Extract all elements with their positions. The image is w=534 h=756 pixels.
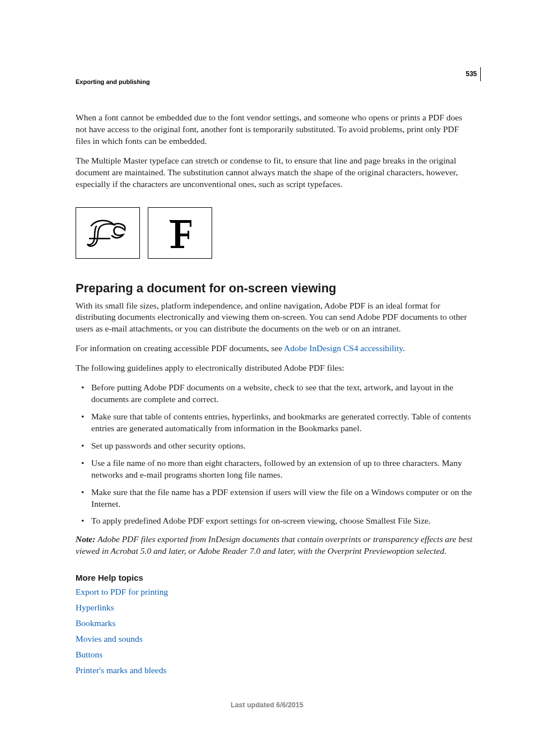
para4-prefix: For information on creating accessible P… bbox=[76, 343, 284, 353]
link-bookmarks[interactable]: Bookmarks bbox=[76, 618, 472, 628]
link-movies-sounds[interactable]: Movies and sounds bbox=[76, 634, 472, 644]
list-item: Make sure that the file name has a PDF e… bbox=[76, 487, 472, 510]
serif-font-sample bbox=[148, 207, 212, 259]
link-export-pdf-printing[interactable]: Export to PDF for printing bbox=[76, 587, 472, 597]
page-content: Exporting and publishing When a font can… bbox=[0, 0, 534, 675]
heading-preparing-document: Preparing a document for on-screen viewi… bbox=[76, 281, 472, 296]
note-text: Adobe PDF files exported from InDesign d… bbox=[76, 534, 472, 556]
list-item: To apply predefined Adobe PDF export set… bbox=[76, 515, 472, 527]
font-comparison-figure bbox=[76, 207, 472, 259]
link-printers-marks[interactable]: Printer's marks and bleeds bbox=[76, 665, 472, 675]
page-number: 535 bbox=[466, 70, 477, 78]
paragraph-font-embed: When a font cannot be embedded due to th… bbox=[76, 112, 472, 147]
list-item: Use a file name of no more than eight ch… bbox=[76, 458, 472, 481]
link-hyperlinks[interactable]: Hyperlinks bbox=[76, 603, 472, 613]
list-item: Before putting Adobe PDF documents on a … bbox=[76, 382, 472, 405]
script-font-sample bbox=[76, 207, 140, 259]
list-item: Make sure that table of contents entries… bbox=[76, 411, 472, 435]
para4-suffix: . bbox=[402, 343, 405, 353]
link-buttons[interactable]: Buttons bbox=[76, 650, 472, 660]
page-number-rule bbox=[480, 67, 481, 81]
note-label: Note: bbox=[76, 534, 97, 544]
paragraph-accessible-pdf: For information on creating accessible P… bbox=[76, 343, 472, 354]
footer-last-updated: Last updated 6/6/2015 bbox=[0, 701, 534, 709]
header-section-title: Exporting and publishing bbox=[76, 78, 472, 85]
link-indesign-accessibility[interactable]: Adobe InDesign CS4 accessibility bbox=[284, 343, 402, 353]
paragraph-guidelines-intro: The following guidelines apply to electr… bbox=[76, 362, 472, 374]
guidelines-list: Before putting Adobe PDF documents on a … bbox=[76, 382, 472, 527]
heading-more-help: More Help topics bbox=[76, 573, 472, 582]
list-item: Set up passwords and other security opti… bbox=[76, 440, 472, 452]
paragraph-multiple-master: The Multiple Master typeface can stretch… bbox=[76, 155, 472, 190]
note-paragraph: Note: Adobe PDF files exported from InDe… bbox=[76, 534, 472, 557]
paragraph-small-file-sizes: With its small file sizes, platform inde… bbox=[76, 300, 472, 335]
